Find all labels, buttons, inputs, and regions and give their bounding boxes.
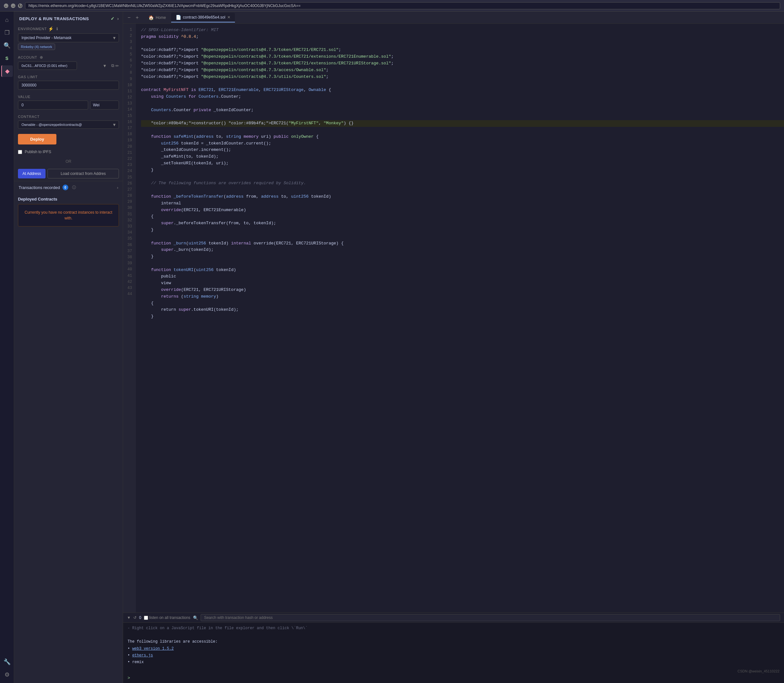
transactions-row[interactable]: Transactions recorded 0 ⓘ ›: [14, 181, 123, 194]
deployed-contracts-title: Deployed Contracts: [18, 197, 119, 202]
code-line-20: _safeMint(to, tokenId);: [141, 154, 784, 160]
listen-transactions-row[interactable]: listen on all transactions: [144, 616, 190, 620]
home-tab[interactable]: 🏠 Home: [144, 13, 170, 22]
plugin-icon-btn[interactable]: S: [1, 53, 13, 64]
publish-ipfs-checkbox[interactable]: [18, 150, 22, 154]
value-row: Wei Gwei Ether: [18, 101, 119, 109]
at-address-button[interactable]: At Address: [18, 169, 45, 178]
icon-bar: ⌂ ❐ 🔍 S ◆ 🔧 ⚙: [0, 11, 14, 683]
browser-chrome: ← → ↻: [0, 0, 784, 11]
contract-tab[interactable]: 📄 contract-38649e65e4.sol ✕: [171, 13, 235, 22]
code-line-26: function _beforeTokenTransfer(address fr…: [141, 194, 784, 200]
copy-account-icon[interactable]: ⧉: [111, 63, 114, 68]
unit-select-wrapper: Wei Gwei Ether: [90, 101, 119, 109]
code-line-11: using Counters for Counters.Counter;: [141, 93, 784, 100]
environment-label: ENVIRONMENT ⚡ ℹ: [18, 26, 119, 31]
code-line-32: [141, 234, 784, 240]
publish-ipfs-row[interactable]: Publish to IPFS: [18, 150, 119, 154]
code-line-34: super._burn(tokenId);: [141, 247, 784, 253]
code-line-40: override(ERC721, ERC721URIStorage): [141, 287, 784, 293]
contract-label: CONTRACT: [18, 115, 119, 119]
code-line-43: return super.tokenURI(tokenId);: [141, 306, 784, 313]
code-line-23: [141, 174, 784, 180]
code-line-18: uint256 tokenId = _tokenIdCounter.curren…: [141, 140, 784, 147]
environment-select[interactable]: Injected Provider - Metamask: [18, 33, 119, 42]
zoom-in-button[interactable]: +: [134, 14, 140, 21]
transactions-chevron-icon: ›: [117, 185, 118, 190]
code-content[interactable]: // SPDX-License-Identifier: MITpragma so…: [136, 24, 784, 612]
code-line-25: [141, 187, 784, 194]
deployed-contracts-section: Deployed Contracts Currently you have no…: [14, 194, 123, 230]
back-button[interactable]: ←: [4, 3, 8, 8]
code-line-13: Counters.Counter private _tokenIdCounter…: [141, 107, 784, 114]
environment-icon: ⚡: [48, 26, 54, 31]
account-label: ACCOUNT ⊕: [18, 55, 119, 59]
zoom-controls: − +: [125, 14, 141, 21]
refresh-button[interactable]: ↻: [18, 3, 22, 8]
code-line-31: }: [141, 227, 784, 234]
contract-tab-close-icon[interactable]: ✕: [227, 15, 230, 19]
code-line-27: internal: [141, 200, 784, 207]
main-content: − + 🏠 Home 📄 contract-38649e65e4.sol ✕ 1…: [123, 11, 784, 683]
code-line-39: view: [141, 280, 784, 287]
editor-tabs: − + 🏠 Home 📄 contract-38649e65e4.sol ✕: [123, 11, 784, 24]
deploy-button[interactable]: Deploy: [18, 134, 56, 144]
zoom-out-button[interactable]: −: [125, 14, 132, 21]
contract-select-wrapper: Ownable - @openzeppelin/contracts@ ▼: [18, 120, 119, 129]
edit-account-icon[interactable]: ✏: [116, 63, 119, 68]
environment-info-icon[interactable]: ℹ: [56, 27, 58, 31]
web3-link[interactable]: web3 version 1.5.2: [132, 646, 174, 651]
forward-button[interactable]: →: [11, 3, 15, 8]
code-line-15: "color:#89b4fa;">constructor() "color:#8…: [141, 120, 784, 127]
account-plus-icon[interactable]: ⊕: [40, 55, 43, 59]
code-line-16: [141, 127, 784, 133]
load-contract-button[interactable]: Load contract from Addres: [47, 169, 119, 178]
settings-icon-btn[interactable]: ⚙: [1, 669, 13, 680]
publish-ipfs-label: Publish to IPFS: [25, 150, 51, 154]
home-tab-label: Home: [156, 15, 166, 20]
terminal-content: - Right click on a JavaScript file in th…: [123, 623, 784, 668]
listen-transactions-checkbox[interactable]: [144, 616, 148, 620]
line-numbers: 1234567891011121314151617181920212223242…: [123, 24, 136, 612]
terminal-search-icon: 🔍: [193, 616, 198, 620]
debug-icon-btn[interactable]: 🔧: [1, 656, 13, 668]
terminal-search-input[interactable]: [201, 614, 780, 621]
code-editor[interactable]: 1234567891011121314151617181920212223242…: [123, 24, 784, 612]
value-label: VALUE: [18, 95, 119, 99]
terminal-collapse-icon[interactable]: ▼: [127, 616, 131, 620]
account-select-wrapper: 0xC61...AF0CD (0.001 ether) ▼: [18, 61, 109, 70]
files-icon-btn[interactable]: ❐: [1, 27, 13, 38]
expand-icon[interactable]: ›: [117, 16, 119, 21]
deploy-section: Deploy: [14, 131, 123, 147]
gas-limit-label: GAS LIMIT: [18, 75, 119, 79]
account-select[interactable]: 0xC61...AF0CD (0.001 ether): [18, 61, 77, 70]
home-icon-btn[interactable]: ⌂: [1, 14, 13, 26]
terminal-line: - Right click on a JavaScript file in th…: [128, 625, 779, 632]
code-line-19: _tokenIdCounter.increment();: [141, 147, 784, 154]
transactions-badge: 0: [63, 184, 68, 190]
check-icon[interactable]: ✓: [111, 16, 115, 21]
gas-limit-input[interactable]: [18, 81, 119, 90]
code-line-42: {: [141, 300, 784, 307]
network-badge: Rinkeby (4) network: [18, 43, 55, 50]
terminal-revert-icon[interactable]: ↺: [133, 616, 137, 620]
terminal-line: The following libraries are accessible:: [128, 639, 779, 645]
unit-select[interactable]: Wei Gwei Ether: [90, 101, 119, 109]
terminal-footer: CSDN @weixin_45110222: [123, 668, 784, 674]
terminal-input[interactable]: [133, 676, 778, 680]
search-icon-btn[interactable]: 🔍: [1, 40, 13, 51]
code-line-4: "color:#cba6f7;">import "@openzeppelin/c…: [141, 47, 784, 53]
value-input[interactable]: [18, 101, 88, 109]
contract-select[interactable]: Ownable - @openzeppelin/contracts@: [18, 120, 119, 129]
code-line-30: super._beforeTokenTransfer(from, to, tok…: [141, 220, 784, 227]
code-line-10: contract MyFirstNFT is ERC721, ERC721Enu…: [141, 87, 784, 93]
code-line-9: [141, 80, 784, 87]
deploy-icon-btn[interactable]: ◆: [1, 65, 13, 77]
home-tab-icon: 🏠: [148, 15, 154, 20]
code-line-21: _setTokenURI(tokenId, uri);: [141, 160, 784, 167]
address-bar[interactable]: [25, 2, 780, 9]
ethers-link[interactable]: ethers.js: [132, 653, 153, 658]
sidebar-header: DEPLOY & RUN TRANSACTIONS ✓ ›: [14, 11, 123, 24]
transactions-info-icon[interactable]: ⓘ: [72, 185, 76, 190]
listen-transactions-label: listen on all transactions: [149, 616, 190, 620]
